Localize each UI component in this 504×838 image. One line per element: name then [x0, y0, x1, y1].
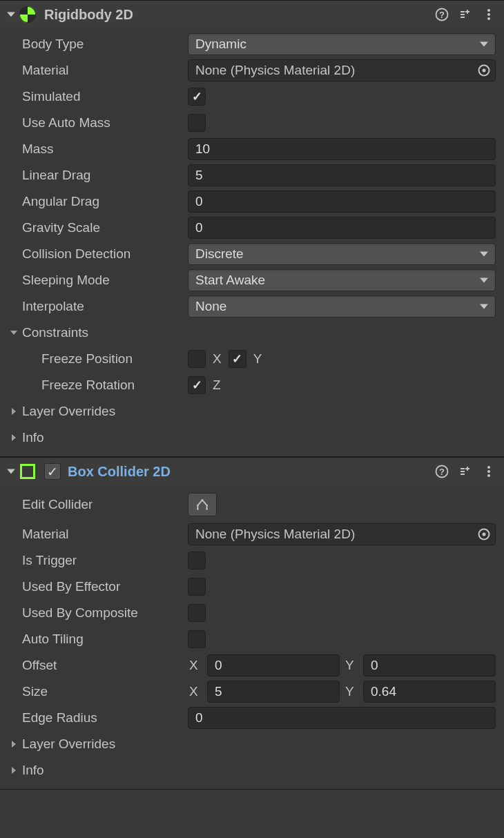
component-title: Rigidbody 2D [44, 7, 435, 23]
interpolate-dropdown[interactable]: None [188, 295, 496, 318]
body-type-dropdown[interactable]: Dynamic [188, 33, 496, 55]
component-title: Box Collider 2D [68, 464, 435, 480]
svg-text:?: ? [439, 10, 445, 20]
svg-point-2 [487, 9, 490, 12]
used-by-effector-checkbox[interactable] [188, 578, 206, 596]
offset-x-input[interactable] [207, 654, 340, 676]
info-foldout[interactable]: Info [8, 763, 188, 778]
chevron-down-icon [10, 329, 19, 337]
chevron-right-icon [10, 766, 19, 774]
svg-point-11 [487, 474, 490, 477]
simulated-label: Simulated [8, 89, 188, 104]
preset-icon[interactable] [458, 8, 472, 21]
object-picker-icon[interactable] [477, 64, 491, 77]
gravity-scale-input[interactable] [188, 217, 496, 239]
collision-detection-dropdown[interactable]: Discrete [188, 243, 496, 265]
simulated-checkbox[interactable] [188, 88, 206, 106]
rigidbody-icon [18, 5, 37, 24]
rigidbody-component: Rigidbody 2D ? Body Type Dynamic Materia… [0, 0, 504, 457]
svg-point-10 [487, 470, 490, 473]
axis-x-label: X [213, 351, 222, 367]
interpolate-label: Interpolate [8, 299, 188, 314]
layer-overrides-foldout[interactable]: Layer Overrides [8, 737, 188, 752]
offset-label: Offset [8, 658, 188, 673]
edit-collider-button[interactable] [188, 493, 217, 516]
boxcollider-header[interactable]: ✓ Box Collider 2D ? [0, 457, 504, 485]
constraints-foldout[interactable]: Constraints [8, 325, 188, 340]
linear-drag-label: Linear Drag [8, 168, 188, 183]
is-trigger-label: Is Trigger [8, 553, 188, 568]
svg-rect-16 [206, 505, 208, 506]
svg-rect-15 [197, 505, 198, 506]
mass-label: Mass [8, 142, 188, 157]
svg-rect-12 [197, 509, 198, 510]
svg-point-9 [487, 466, 490, 469]
sleeping-mode-label: Sleeping Mode [8, 273, 188, 288]
freeze-rotation-label: Freeze Rotation [8, 378, 188, 393]
auto-tiling-checkbox[interactable] [188, 630, 206, 648]
foldout-icon[interactable] [6, 466, 17, 477]
freeze-position-label: Freeze Position [8, 351, 188, 367]
svg-point-4 [487, 17, 490, 20]
foldout-icon[interactable] [6, 9, 17, 20]
is-trigger-checkbox[interactable] [188, 552, 206, 569]
material-label: Material [8, 63, 188, 78]
svg-rect-14 [206, 509, 208, 510]
used-by-effector-label: Used By Effector [8, 579, 188, 594]
info-foldout[interactable]: Info [8, 430, 188, 445]
size-x-input[interactable] [207, 681, 340, 703]
used-by-composite-label: Used By Composite [8, 605, 188, 621]
axis-y-label: Y [253, 351, 262, 367]
freeze-position-y-checkbox[interactable] [229, 350, 246, 368]
use-auto-mass-checkbox[interactable] [188, 114, 206, 132]
edge-radius-input[interactable] [188, 707, 496, 729]
body-type-label: Body Type [8, 37, 188, 52]
used-by-composite-checkbox[interactable] [188, 604, 206, 622]
angular-drag-input[interactable] [188, 191, 496, 213]
axis-x-label: X [189, 684, 202, 699]
svg-rect-13 [202, 499, 203, 500]
help-icon[interactable]: ? [435, 465, 449, 478]
material-label: Material [8, 527, 188, 542]
material-field[interactable]: None (Physics Material 2D) [188, 523, 496, 545]
menu-icon[interactable] [482, 465, 496, 478]
svg-point-3 [487, 13, 490, 16]
size-y-input[interactable] [363, 681, 496, 703]
chevron-right-icon [10, 433, 19, 442]
svg-point-6 [483, 69, 486, 72]
boxcollider-component: ✓ Box Collider 2D ? Edit Collider Materi… [0, 457, 504, 790]
rigidbody-header[interactable]: Rigidbody 2D ? [0, 0, 504, 28]
object-picker-icon[interactable] [477, 527, 491, 541]
edge-radius-label: Edge Radius [8, 710, 188, 725]
help-icon[interactable]: ? [435, 8, 449, 21]
axis-y-label: Y [345, 658, 358, 673]
axis-x-label: X [189, 658, 202, 673]
boxcollider-icon [18, 462, 37, 481]
auto-tiling-label: Auto Tiling [8, 632, 188, 647]
gravity-scale-label: Gravity Scale [8, 220, 188, 235]
layer-overrides-foldout[interactable]: Layer Overrides [8, 404, 188, 419]
sleeping-mode-dropdown[interactable]: Start Awake [188, 269, 496, 291]
svg-text:?: ? [439, 467, 445, 477]
size-label: Size [8, 684, 188, 699]
use-auto-mass-label: Use Auto Mass [8, 115, 188, 130]
angular-drag-label: Angular Drag [8, 194, 188, 209]
material-field[interactable]: None (Physics Material 2D) [188, 59, 496, 81]
chevron-right-icon [10, 740, 19, 748]
linear-drag-input[interactable] [188, 164, 496, 186]
axis-z-label: Z [213, 378, 221, 393]
chevron-right-icon [10, 407, 19, 416]
svg-point-18 [483, 533, 486, 536]
axis-y-label: Y [345, 684, 358, 699]
menu-icon[interactable] [482, 8, 496, 21]
preset-icon[interactable] [458, 465, 472, 478]
collision-detection-label: Collision Detection [8, 246, 188, 262]
edit-collider-label: Edit Collider [8, 497, 188, 512]
freeze-rotation-z-checkbox[interactable] [188, 376, 206, 394]
mass-input[interactable] [188, 138, 496, 160]
freeze-position-x-checkbox[interactable] [188, 350, 206, 368]
offset-y-input[interactable] [363, 654, 496, 676]
component-enabled-checkbox[interactable]: ✓ [44, 463, 61, 480]
